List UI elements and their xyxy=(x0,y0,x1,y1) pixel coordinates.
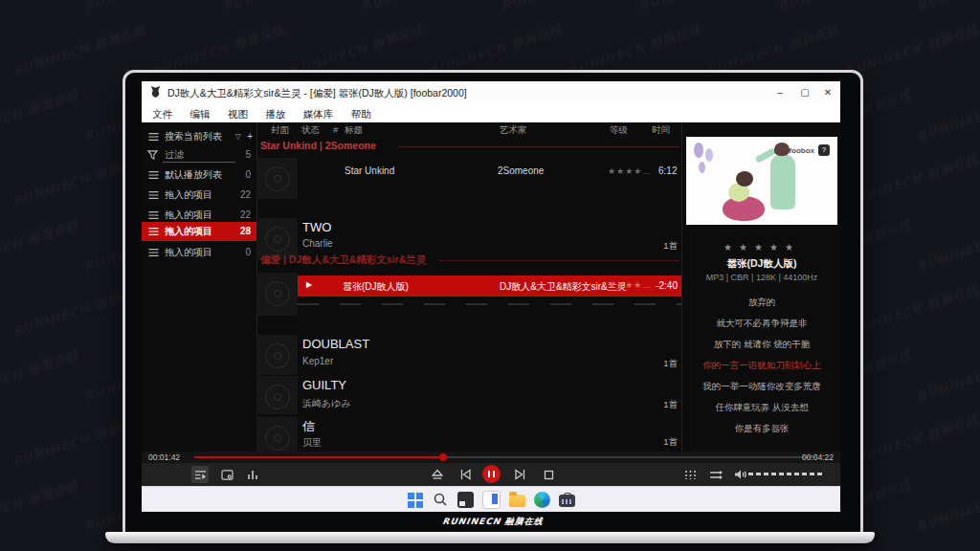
cd-icon xyxy=(265,426,290,451)
column-artist[interactable]: 艺术家 xyxy=(500,124,527,137)
column-hash[interactable]: # xyxy=(333,124,338,135)
now-playing-title: 嚣张(DJ散人版) xyxy=(682,257,840,271)
laptop-base xyxy=(105,532,875,543)
list-icon xyxy=(147,132,160,142)
album-title[interactable]: TWO xyxy=(302,220,331,234)
minimize-button[interactable]: – xyxy=(773,86,787,99)
column-cover[interactable]: 封面 xyxy=(271,124,289,137)
menu-view[interactable]: 视图 xyxy=(228,105,248,123)
seek-handle[interactable] xyxy=(439,453,447,461)
elapsed-time: 00:01:42 xyxy=(148,452,180,462)
album-track-count: 1首 xyxy=(663,399,678,411)
now-playing-album-art[interactable] xyxy=(256,273,298,316)
sidebar-playlist-dropped-1[interactable]: 拖入的项目 22 xyxy=(142,186,256,205)
album-track-count: 1首 xyxy=(663,358,678,370)
cover-view-button[interactable] xyxy=(218,466,235,483)
eject-icon xyxy=(432,469,443,480)
search-icon[interactable] xyxy=(433,492,449,508)
stop-icon xyxy=(544,470,554,480)
list-icon xyxy=(147,190,160,200)
menu-bar: 文件 编辑 视图 播放 媒体库 帮助 xyxy=(142,104,840,122)
album-title[interactable]: DOUBLAST xyxy=(302,337,369,351)
pause-button[interactable] xyxy=(482,465,501,483)
close-button[interactable]: ✕ xyxy=(821,86,835,99)
window-titlebar: DJ散人&大卫&精彩文sir&兰灵 - [偏爱] 嚣张(DJ散人版) [foob… xyxy=(142,81,840,104)
cd-icon xyxy=(265,385,290,409)
column-rating[interactable]: 等级 xyxy=(610,124,628,137)
start-button-icon[interactable] xyxy=(408,492,424,508)
volume-slider[interactable] xyxy=(748,473,825,475)
spectrum-button[interactable] xyxy=(244,466,261,483)
group-header-2: 偏爱 | DJ散人&大卫&精彩文sir&兰灵 xyxy=(260,253,426,267)
seek-bar[interactable] xyxy=(194,456,816,458)
shuffle-button[interactable] xyxy=(707,466,724,483)
album-title[interactable]: GUILTY xyxy=(302,378,346,392)
lyric-line: 你是有多嚣张 xyxy=(682,423,840,435)
now-playing-panel: foobox ? ★★★★★ 嚣张(DJ散人版) MP3 | CBR | 128… xyxy=(681,122,840,452)
list-icon xyxy=(147,170,160,180)
track-title[interactable]: Star Unkind xyxy=(345,165,394,176)
maximize-button[interactable]: ▢ xyxy=(798,86,812,99)
playlist-view-button[interactable] xyxy=(191,466,209,483)
chevron-down-icon[interactable]: ▽ xyxy=(235,127,241,146)
now-track-time: -2:40 xyxy=(656,280,678,291)
column-status[interactable]: 状态 xyxy=(301,124,320,137)
track-rating[interactable]: ★★★★… xyxy=(608,166,652,176)
sidebar-playlist-default[interactable]: 默认播放列表 0 xyxy=(142,165,256,185)
play-icon: ▶ xyxy=(306,280,312,289)
file-explorer-icon[interactable] xyxy=(509,495,525,507)
now-playing-row[interactable]: ▶ 嚣张(DJ散人版) DJ散人&大卫&精彩文sir&兰灵 ★★★★… -2:4… xyxy=(298,276,681,297)
previous-icon xyxy=(459,469,471,480)
menu-playback[interactable]: 播放 xyxy=(265,105,285,123)
album-artist: 贝里 xyxy=(302,436,322,450)
album-title[interactable]: 信 xyxy=(302,418,315,435)
lyric-line: 放下的 就请你 烧的干脆 xyxy=(682,339,840,351)
main-area: 搜索当前列表 ▽ + 过滤 5 默认播放列表 0 xyxy=(142,122,840,452)
filter-count: 5 xyxy=(245,145,251,165)
column-title[interactable]: 标题 xyxy=(345,124,363,137)
cd-icon xyxy=(265,343,290,368)
next-icon xyxy=(515,469,526,480)
screen-content: DJ散人&大卫&精彩文sir&兰灵 - [偏爱] 嚣张(DJ散人版) [foob… xyxy=(142,81,840,512)
album-art-placeholder[interactable] xyxy=(256,158,298,199)
album-artist: Kep1er xyxy=(302,356,333,366)
album-artist: Charlie xyxy=(302,238,333,249)
search-current-list[interactable]: 搜索当前列表 ▽ + xyxy=(142,127,256,146)
stop-button[interactable] xyxy=(540,466,557,483)
filter-row[interactable]: 过滤 5 xyxy=(142,145,256,165)
column-time[interactable]: 时间 xyxy=(652,124,670,137)
volume-button[interactable] xyxy=(731,466,748,483)
wisteria-decor xyxy=(705,148,713,162)
foobox-badge-icon: ? xyxy=(818,144,830,156)
menu-edit[interactable]: 编辑 xyxy=(189,105,210,123)
sidebar-playlist-dropped-4[interactable]: 拖入的项目 0 xyxy=(142,243,256,262)
widgets-app-icon[interactable] xyxy=(482,491,501,509)
menu-help[interactable]: 帮助 xyxy=(351,105,371,123)
album-art-placeholder[interactable] xyxy=(256,376,298,414)
notepad-app-icon[interactable] xyxy=(457,492,474,508)
menu-library[interactable]: 媒体库 xyxy=(303,105,334,123)
pause-icon xyxy=(488,471,490,477)
previous-button[interactable] xyxy=(457,466,474,483)
album-cover-image[interactable]: foobox ? xyxy=(686,137,837,225)
album-art-placeholder[interactable] xyxy=(256,417,298,452)
now-track-rating[interactable]: ★★★★… xyxy=(608,280,652,290)
cover-figure xyxy=(736,171,753,187)
track-list: 封面 状态 # 标题 艺术家 等级 时间 Star Unkind | 2Some… xyxy=(256,122,681,452)
store-app-icon[interactable] xyxy=(559,495,575,507)
album-art-placeholder[interactable] xyxy=(256,335,298,375)
filter-underline xyxy=(163,162,235,163)
playback-order-button[interactable] xyxy=(681,466,699,483)
now-playing-rating[interactable]: ★★★★★ xyxy=(682,242,840,253)
edge-browser-icon[interactable] xyxy=(534,492,550,508)
lyric-line: 我的一举一动随你改变多荒唐 xyxy=(682,381,840,393)
speaker-icon xyxy=(734,469,746,480)
add-playlist-button[interactable]: + xyxy=(247,127,253,146)
track-time: 6:12 xyxy=(658,165,677,176)
eject-button[interactable] xyxy=(429,466,446,483)
menu-file[interactable]: 文件 xyxy=(152,105,172,123)
seek-row: 00:01:42 00:04:22 xyxy=(142,452,840,463)
playlist-view-icon xyxy=(194,470,207,480)
sidebar-playlist-dropped-3-selected[interactable]: 拖入的项目 28 xyxy=(142,222,256,241)
next-button[interactable] xyxy=(512,466,529,483)
